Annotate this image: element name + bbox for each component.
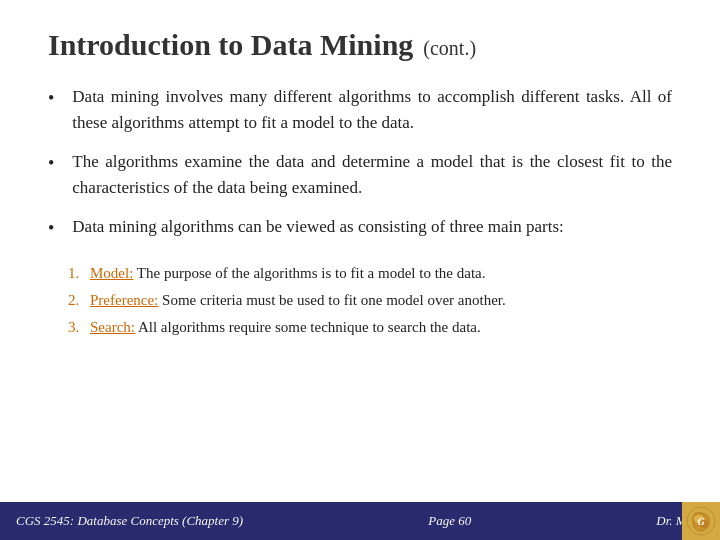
- num-text-1: Model: The purpose of the algorithms is …: [90, 263, 486, 284]
- num-rest-2: Some criteria must be used to fit one mo…: [158, 292, 505, 308]
- bullet-text-1: Data mining involves many different algo…: [72, 84, 672, 135]
- bullet-text-3: Data mining algorithms can be viewed as …: [72, 214, 563, 240]
- svg-text:G: G: [697, 516, 705, 527]
- footer-left: CGS 2545: Database Concepts (Chapter 9): [16, 513, 243, 529]
- num-label-3: 3.: [68, 317, 90, 338]
- slide-content: Introduction to Data Mining (cont.) • Da…: [0, 0, 720, 502]
- slide-title: Introduction to Data Mining: [48, 28, 413, 62]
- footer-logo: G: [682, 502, 720, 540]
- num-keyword-1: Model:: [90, 265, 133, 281]
- footer-center: Page 60: [428, 513, 471, 529]
- bullet-dot-2: •: [48, 151, 54, 176]
- num-keyword-3: Search:: [90, 319, 135, 335]
- logo-icon: G: [685, 505, 717, 537]
- numbered-item-2: 2. Preference: Some criteria must be use…: [68, 290, 672, 311]
- footer: CGS 2545: Database Concepts (Chapter 9) …: [0, 502, 720, 540]
- bullet-dot-3: •: [48, 216, 54, 241]
- bullet-item-2: • The algorithms examine the data and de…: [48, 149, 672, 200]
- num-keyword-2: Preference:: [90, 292, 158, 308]
- title-row: Introduction to Data Mining (cont.): [48, 28, 672, 62]
- slide-title-cont: (cont.): [423, 37, 476, 60]
- num-label-1: 1.: [68, 263, 90, 284]
- bullet-item-1: • Data mining involves many different al…: [48, 84, 672, 135]
- numbered-item-1: 1. Model: The purpose of the algorithms …: [68, 263, 672, 284]
- num-rest-3: All algorithms require some technique to…: [135, 319, 481, 335]
- num-label-2: 2.: [68, 290, 90, 311]
- num-text-3: Search: All algorithms require some tech…: [90, 317, 481, 338]
- num-text-2: Preference: Some criteria must be used t…: [90, 290, 506, 311]
- bullet-text-2: The algorithms examine the data and dete…: [72, 149, 672, 200]
- bullet-list: • Data mining involves many different al…: [48, 84, 672, 486]
- bullet-item-3: • Data mining algorithms can be viewed a…: [48, 214, 672, 241]
- num-rest-1: The purpose of the algorithms is to fit …: [133, 265, 485, 281]
- numbered-item-3: 3. Search: All algorithms require some t…: [68, 317, 672, 338]
- numbered-list: 1. Model: The purpose of the algorithms …: [68, 263, 672, 338]
- bullet-dot-1: •: [48, 86, 54, 111]
